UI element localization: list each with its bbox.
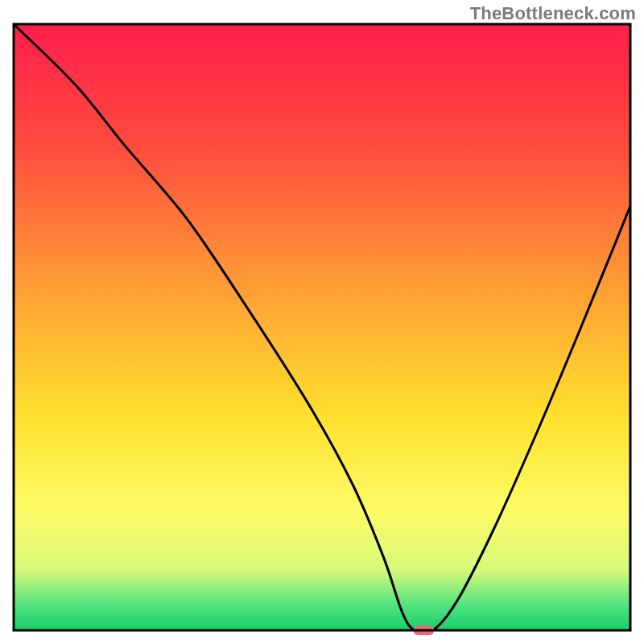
watermark-text: TheBottleneck.com xyxy=(470,3,636,24)
bottleneck-chart xyxy=(0,0,644,644)
gradient-background xyxy=(14,24,630,630)
chart-container: { "watermark": "TheBottleneck.com", "cha… xyxy=(0,0,644,644)
